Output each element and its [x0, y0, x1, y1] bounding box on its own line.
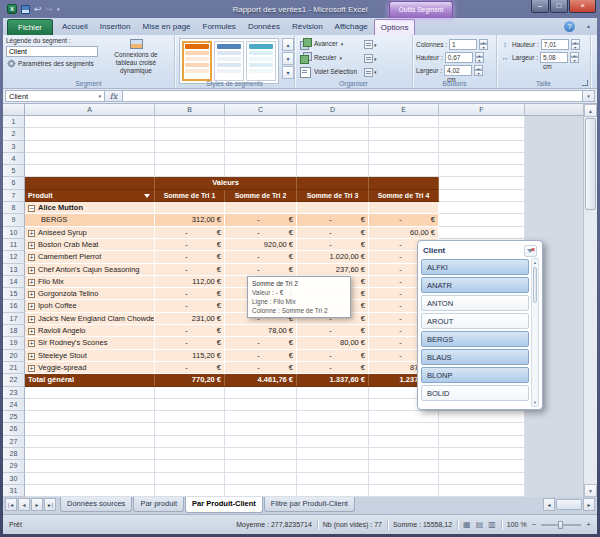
slicer-item-blonp[interactable]: BLONP [421, 367, 529, 383]
pivot-row-label[interactable]: +Camembert Pierrot [25, 251, 155, 263]
pivot-value-cell[interactable]: 1.020,00 € [297, 251, 369, 263]
row-header-3[interactable]: 3 [3, 141, 25, 153]
cell-B27[interactable] [155, 436, 225, 448]
last-sheet-icon[interactable]: ►| [44, 498, 56, 511]
cell-A28[interactable] [25, 448, 155, 460]
cell-C3[interactable] [225, 141, 297, 153]
row-header-7[interactable]: 7 [3, 190, 25, 202]
spinner[interactable]: ▴▾ [571, 39, 580, 50]
slicer-scrollbar[interactable]: ▲ ▼ [531, 258, 539, 407]
vertical-scrollbar[interactable]: ▲ ▼ [583, 104, 597, 497]
row-header-15[interactable]: 15 [3, 288, 25, 300]
pivot-row-label[interactable]: +Chef Anton's Cajun Seasoning [25, 264, 155, 276]
row-header-10[interactable]: 10 [3, 227, 25, 239]
row-header-31[interactable]: 31 [3, 485, 25, 497]
cell-A6[interactable] [25, 177, 155, 189]
cell-E6[interactable] [369, 177, 439, 189]
row-header-8[interactable]: 8 [3, 202, 25, 214]
column-header-A[interactable]: A [25, 104, 155, 116]
row-header-23[interactable]: 23 [3, 387, 25, 399]
scroll-down-icon[interactable]: ▼ [584, 484, 597, 497]
cell-B23[interactable] [155, 387, 225, 399]
slicer-style-option-2[interactable] [214, 41, 244, 81]
pivot-column-header-1[interactable]: Somme de Tri 1 [155, 190, 225, 202]
pivot-value-cell[interactable]: - € [155, 300, 225, 312]
tab-fichier[interactable]: Fichier [7, 19, 53, 35]
chevron-down-icon[interactable]: ▾ [339, 55, 342, 61]
expand-plus-icon[interactable]: + [28, 353, 35, 360]
slicer-scroll-up-icon[interactable]: ▲ [532, 259, 538, 266]
cell-E28[interactable] [369, 448, 439, 460]
cell-D3[interactable] [297, 141, 369, 153]
cell-A25[interactable] [25, 411, 155, 423]
expand-plus-icon[interactable]: + [28, 365, 35, 372]
column-header-C[interactable]: C [225, 104, 297, 116]
row-header-17[interactable]: 17 [3, 313, 25, 325]
tab-options[interactable]: Options [374, 19, 416, 35]
pivot-row-label[interactable]: −Alice Mutton [25, 202, 155, 214]
expand-plus-icon[interactable]: + [28, 328, 35, 335]
pivot-column-header-2[interactable]: Somme de Tri 2 [225, 190, 297, 202]
row-header-6[interactable]: 6 [3, 177, 25, 189]
cell-D28[interactable] [297, 448, 369, 460]
pivot-value-cell[interactable]: - € [369, 214, 439, 226]
spin-down-icon[interactable]: ▾ [570, 57, 579, 63]
cell-F30[interactable] [439, 473, 525, 485]
cell-C2[interactable] [225, 128, 297, 140]
cell-B25[interactable] [155, 411, 225, 423]
cell-D4[interactable] [297, 153, 369, 165]
scroll-right-icon[interactable]: ► [583, 498, 595, 511]
expand-plus-icon[interactable]: + [28, 242, 35, 249]
cell-E5[interactable] [369, 165, 439, 177]
cell-F4[interactable] [439, 153, 525, 165]
zoom-slider[interactable] [541, 524, 581, 526]
cell-C24[interactable] [225, 399, 297, 411]
gallery-down-icon[interactable]: ▾ [282, 52, 294, 65]
pivot-row-label[interactable]: +Sir Rodney's Scones [25, 337, 155, 349]
pivot-value-cell[interactable]: 4.461,76 € [225, 374, 297, 386]
cell-B3[interactable] [155, 141, 225, 153]
pivot-column-header-4[interactable]: Somme de Tri 4 [369, 190, 439, 202]
slicer-client[interactable]: Client × ALFKIANATRANTONAROUTBERGSBLAUSB… [417, 240, 543, 410]
slicer-caption-input[interactable]: Client [6, 46, 98, 57]
cell-E30[interactable] [369, 473, 439, 485]
slicer-scroll-down-icon[interactable]: ▼ [532, 399, 538, 406]
pivot-value-cell[interactable]: 920,00 € [225, 239, 297, 251]
cell-C28[interactable] [225, 448, 297, 460]
first-sheet-icon[interactable]: |◄ [5, 498, 17, 511]
pivot-row-label[interactable]: +Boston Crab Meat [25, 239, 155, 251]
cell-E27[interactable] [369, 436, 439, 448]
slicer-item-bolid[interactable]: BOLID [421, 385, 529, 401]
spinner[interactable]: ▴▾ [570, 52, 579, 63]
next-sheet-icon[interactable]: ► [31, 498, 43, 511]
cell-B1[interactable] [155, 116, 225, 128]
pivot-row-field-header[interactable]: Produit [25, 190, 155, 202]
zoom-out-icon[interactable]: − [532, 520, 537, 530]
excel-app-icon[interactable]: X [7, 4, 17, 14]
pivot-value-cell[interactable]: - € [155, 251, 225, 263]
row-header-29[interactable]: 29 [3, 460, 25, 472]
horizontal-scroll-thumb[interactable] [556, 499, 582, 510]
fx-icon[interactable]: fx [105, 90, 123, 102]
cell-D5[interactable] [297, 165, 369, 177]
align-button[interactable]: ▾ [364, 39, 377, 51]
row-header-27[interactable]: 27 [3, 436, 25, 448]
cell-A1[interactable] [25, 116, 155, 128]
collapse-minus-icon[interactable]: − [28, 205, 35, 212]
pivot-row-label[interactable]: +Jack's New England Clam Chowder [25, 313, 155, 325]
pivot-row-label[interactable]: +Steeleye Stout [25, 350, 155, 362]
cell-F1[interactable] [439, 116, 525, 128]
spin-down-icon[interactable]: ▾ [475, 57, 484, 63]
gallery-up-icon[interactable]: ▴ [282, 38, 294, 51]
spin-down-icon[interactable]: ▾ [571, 44, 580, 50]
cell-F25[interactable] [439, 411, 525, 423]
pivot-value-cell[interactable]: - € [297, 362, 369, 374]
dialog-launcher-icon[interactable] [582, 80, 588, 86]
cell-D30[interactable] [297, 473, 369, 485]
column-header-F[interactable]: F [439, 104, 525, 116]
row-header-26[interactable]: 26 [3, 423, 25, 435]
cell-A4[interactable] [25, 153, 155, 165]
row-header-24[interactable]: 24 [3, 399, 25, 411]
pivot-value-cell[interactable]: - € [297, 239, 369, 251]
cell-D31[interactable] [297, 485, 369, 497]
